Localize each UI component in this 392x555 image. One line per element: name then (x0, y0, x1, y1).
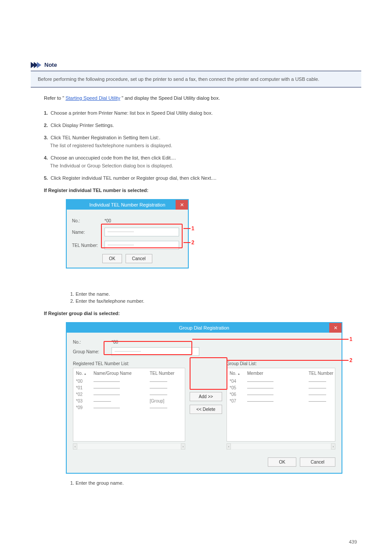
note-body: Before performing the following procedur… (31, 71, 361, 87)
table-row[interactable]: *05—————————— (230, 385, 335, 391)
link-line: Refer to " Starting Speed Dial Utility "… (44, 95, 361, 101)
col-tel: TEL Number (309, 371, 335, 376)
step-num: 5. (44, 175, 48, 181)
individual-tel-dialog: Individual TEL Number Registration ✕ No.… (66, 199, 189, 268)
table-row[interactable]: *01—————————— (76, 385, 185, 391)
callout-2: 2 (191, 239, 194, 246)
starting-speed-dial-link[interactable]: Starting Speed Dial Utility (65, 95, 120, 101)
if-group: If Register group dial is selected: (44, 311, 361, 316)
step-desc: The list of registered fax/telephone num… (50, 143, 361, 148)
link-suffix: " and display the Speed Dial Utility dia… (122, 95, 220, 101)
tel-label: TEL Number: (72, 243, 101, 248)
callout-1: 1 (349, 336, 352, 342)
table-row[interactable]: *02—————————— (76, 391, 185, 398)
note-title: Note (44, 62, 57, 68)
callout-1: 1 (191, 225, 194, 232)
col-member: Member (247, 371, 309, 376)
col-no: No. (230, 371, 237, 376)
step-num: 1. (44, 110, 48, 116)
step-num: 3. (44, 135, 48, 140)
cancel-button[interactable]: Cancel (126, 254, 152, 263)
group-name-input[interactable]: —————— (111, 347, 199, 356)
group-dial-list-label: Group Dial List: (227, 361, 335, 366)
table-row[interactable]: *09—————————— (76, 404, 185, 411)
step-text: Choose an unoccupied code from the list,… (50, 155, 176, 160)
dlg1-post2: 2. Enter the fax/telephone number. (70, 298, 361, 304)
scrollbar[interactable]: ‹› (73, 443, 185, 450)
step-num: 4. (44, 155, 48, 160)
step-text: Click Register individual TEL number or … (50, 175, 216, 181)
group-dial-list[interactable]: No.▲MemberTEL Number *04——————————*05———… (227, 368, 335, 442)
step-text: Click TEL Number Registration in Setting… (50, 135, 160, 140)
reg-list-label: Registered TEL Number List: (73, 361, 185, 366)
ok-button[interactable]: OK (268, 457, 296, 467)
name-label: Name: (72, 230, 101, 235)
close-icon[interactable]: ✕ (329, 323, 342, 333)
delete-button[interactable]: << Delete (190, 405, 222, 414)
group-dial-dialog: Group Dial Registration ✕ No.: *08 Group… (66, 322, 342, 474)
col-tel: TEL Number (150, 371, 185, 376)
step-num: 2. (44, 123, 48, 128)
table-row[interactable]: *04—————————— (230, 378, 335, 385)
cancel-button[interactable]: Cancel (300, 457, 335, 467)
scrollbar[interactable]: ‹› (227, 443, 335, 450)
dlg1-post1: 1. Enter the name. (70, 291, 361, 297)
no-label: No.: (72, 218, 101, 223)
tel-input[interactable]: —————— (104, 241, 179, 250)
no-value: *08 (111, 340, 118, 345)
step-text: Click Display Printer Settings. (50, 123, 114, 128)
table-row[interactable]: *07—————————— (230, 398, 335, 404)
ok-button[interactable]: OK (102, 254, 122, 263)
table-row[interactable]: *06—————————— (230, 391, 335, 398)
arrow-icon (31, 62, 40, 68)
page-number: 439 (349, 539, 357, 544)
step-desc: The Individual or Group Selection dialog… (50, 163, 361, 168)
col-name: Name/Group Name (94, 371, 150, 376)
group-name-label: Group Name: (73, 349, 108, 354)
if-individual: If Register individual TEL number is sel… (44, 188, 361, 193)
name-input[interactable]: —————— (104, 228, 179, 236)
callout-2: 2 (349, 357, 352, 363)
add-button[interactable]: Add >> (190, 392, 222, 401)
registered-tel-list[interactable]: No.▲Name/Group NameTEL Number *00———————… (73, 368, 185, 442)
no-value: *00 (104, 218, 111, 223)
dialog-title: Group Dial Registration (179, 325, 229, 330)
table-row[interactable]: *03————[Group] (76, 398, 185, 404)
dlg2-post1: 1. Enter the group name. (70, 480, 361, 486)
dialog-title: Individual TEL Number Registration (89, 202, 165, 207)
link-prefix: Refer to " (44, 95, 64, 101)
step-text: Choose a printer from Printer Name: list… (50, 110, 212, 116)
col-no: No. (76, 371, 83, 376)
close-icon[interactable]: ✕ (176, 200, 188, 210)
table-row[interactable]: *00—————————— (76, 378, 185, 385)
no-label: No.: (73, 340, 108, 345)
note-header: Note (31, 62, 361, 68)
